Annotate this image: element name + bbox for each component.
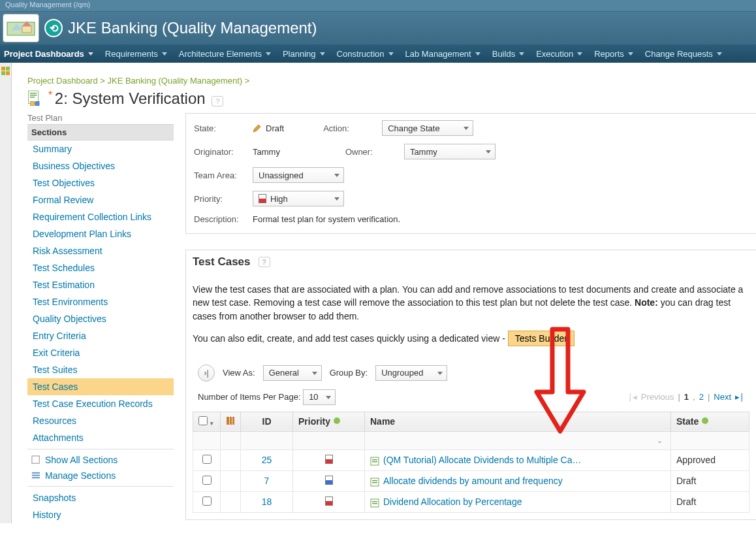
section-item[interactable]: Test Environments [27, 293, 174, 310]
pager-last-icon[interactable]: ▸∣ [735, 392, 744, 402]
sort-chevron-icon[interactable]: ⌄ [657, 436, 663, 445]
pager-first-icon[interactable]: ∣◂ [628, 392, 637, 402]
dashboard-grid-icon[interactable] [1, 67, 10, 76]
nav-reports[interactable]: Reports [594, 49, 633, 59]
columns-icon[interactable] [226, 416, 235, 425]
action-label: Action: [323, 123, 382, 133]
state-value: Draft [266, 123, 284, 133]
originator-value: Tammy [253, 147, 280, 157]
section-item[interactable]: Summary [27, 140, 174, 157]
chevron-down-icon [266, 52, 271, 56]
app-title: JKE Banking (Quality Management) [68, 19, 317, 37]
row-checkbox[interactable] [202, 455, 212, 464]
section-item[interactable]: Requirement Collection Links [27, 208, 174, 225]
row-name-link[interactable]: Dividend Allocation by Percentage [383, 497, 522, 507]
row-id[interactable]: 18 [241, 491, 293, 512]
section-item[interactable]: Development Plan Links [27, 225, 174, 242]
priority-label: Priority: [194, 194, 253, 204]
expand-button[interactable]: ›| [198, 365, 215, 382]
row-name-link[interactable]: (QM Tutorial) Allocate Dividends to Mult… [383, 455, 581, 465]
row-state: Approved [671, 449, 749, 470]
chevron-down-icon [88, 52, 93, 56]
team-area-select[interactable]: Unassigned [253, 167, 344, 183]
nav-project-dashboards[interactable]: Project Dashboards [4, 49, 93, 59]
section-item[interactable]: Test Objectives [27, 174, 174, 191]
section-item[interactable]: Test Estimation [27, 276, 174, 293]
col-priority[interactable]: Priority [293, 412, 365, 431]
col-state[interactable]: State [671, 412, 749, 431]
section-item[interactable]: Test Schedules [27, 259, 174, 276]
nav-execution[interactable]: Execution [536, 49, 582, 59]
select-all-checkbox[interactable] [198, 416, 208, 425]
manage-sections[interactable]: Manage Sections [27, 468, 174, 483]
row-id[interactable]: 7 [241, 470, 293, 491]
section-item[interactable]: Quality Objectives [27, 310, 174, 327]
app-banner: ⟲ JKE Banking (Quality Management) [0, 12, 756, 44]
help-icon[interactable]: ? [259, 257, 270, 267]
row-checkbox[interactable] [202, 497, 212, 506]
chevron-down-icon [320, 52, 325, 56]
row-id[interactable]: 25 [241, 449, 293, 470]
sidebar-history[interactable]: History [27, 506, 174, 523]
home-icon [7, 17, 35, 39]
items-per-page-label: Number of Items Per Page: [198, 392, 301, 402]
row-name-link[interactable]: Allocate dividends by amount and frequen… [383, 476, 563, 486]
chevron-down-icon [162, 52, 167, 56]
view-as-select[interactable]: General [263, 365, 322, 381]
sidebar-snapshots[interactable]: Snapshots [27, 489, 174, 506]
filter-icon [333, 417, 341, 425]
nav-lab-management[interactable]: Lab Management [405, 49, 480, 59]
section-item[interactable]: Test Cases [27, 378, 174, 395]
section-item[interactable]: Entry Criteria [27, 327, 174, 344]
nav-requirements[interactable]: Requirements [105, 49, 167, 59]
nav-planning[interactable]: Planning [283, 49, 325, 59]
pager-next[interactable]: Next [714, 392, 731, 402]
section-item[interactable]: Risk Assessment [27, 242, 174, 259]
tests-builder-row: You can also edit, create, and add test … [193, 331, 749, 346]
show-all-sections[interactable]: Show All Sections [27, 452, 174, 468]
summary-info-panel: State: Draft Action: Change State Origin… [185, 113, 756, 234]
breadcrumb-project[interactable]: JKE Banking (Quality Management) [108, 76, 243, 86]
state-label: State: [194, 123, 253, 133]
row-state: Draft [671, 491, 749, 512]
home-button[interactable] [3, 14, 39, 42]
items-per-page-select[interactable]: 10 [303, 389, 336, 405]
priority-high-icon [259, 194, 266, 203]
svg-rect-15 [227, 417, 229, 425]
section-item[interactable]: Attachments [27, 429, 174, 446]
tests-builder-button[interactable]: Tests Builder [508, 331, 575, 346]
nav-construction[interactable]: Construction [337, 49, 394, 59]
col-name[interactable]: Name [365, 412, 671, 431]
svg-rect-16 [230, 417, 232, 425]
pager-page-1[interactable]: 1 [684, 392, 689, 402]
section-item[interactable]: Business Objectives [27, 157, 174, 174]
chevron-down-icon [519, 52, 524, 56]
nav-architecture-elements[interactable]: Architecture Elements [179, 49, 271, 59]
section-item[interactable]: Exit Criteria [27, 344, 174, 361]
section-item[interactable]: Test Case Execution Records [27, 395, 174, 412]
group-by-select[interactable]: Ungrouped [375, 365, 447, 381]
test-case-icon [370, 457, 379, 466]
col-id[interactable]: ID [241, 412, 293, 431]
section-item[interactable]: Test Suites [27, 361, 174, 378]
chevron-down-icon [334, 197, 339, 201]
nav-change-requests[interactable]: Change Requests [645, 49, 722, 59]
table-row: 18Dividend Allocation by PercentageDraft [193, 491, 749, 512]
chevron-down-icon [388, 52, 394, 56]
row-checkbox[interactable] [202, 476, 212, 485]
svg-rect-28 [372, 503, 377, 504]
section-item[interactable]: Formal Review [27, 191, 174, 208]
modified-indicator: * [48, 90, 52, 101]
owner-select[interactable]: Tammy [404, 144, 496, 159]
help-icon[interactable]: ? [212, 96, 223, 106]
view-as-label: View As: [223, 368, 255, 378]
priority-select[interactable]: High [253, 191, 344, 206]
section-item[interactable]: Resources [27, 412, 174, 429]
edit-icon[interactable] [253, 123, 262, 133]
nav-builds[interactable]: Builds [492, 49, 524, 59]
mini-rail [0, 63, 12, 523]
pager-page-2[interactable]: 2 [699, 392, 704, 402]
chevron-down-icon [312, 372, 317, 375]
breadcrumb-project-dashboard[interactable]: Project Dashboard [27, 76, 98, 86]
action-select[interactable]: Change State [382, 120, 473, 136]
